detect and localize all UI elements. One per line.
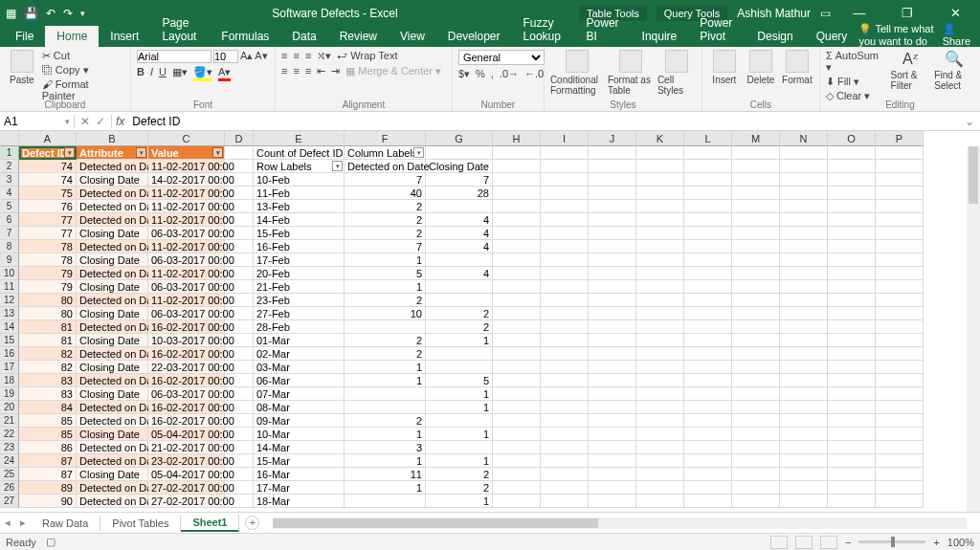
cancel-formula-icon[interactable]: ✕: [80, 115, 90, 128]
column-header[interactable]: C: [148, 131, 225, 146]
page-break-view-icon[interactable]: [820, 536, 837, 549]
tab-query[interactable]: Query: [805, 26, 859, 47]
tab-home[interactable]: Home: [45, 26, 99, 47]
cell[interactable]: [876, 454, 924, 468]
cell[interactable]: 76: [19, 200, 77, 213]
cell[interactable]: [225, 160, 254, 173]
cell[interactable]: [345, 387, 426, 401]
macro-record-icon[interactable]: ▢: [46, 536, 56, 548]
cell[interactable]: Detected on Date: [77, 200, 148, 213]
cell[interactable]: [345, 495, 426, 508]
fx-icon[interactable]: fx: [112, 115, 128, 128]
cell[interactable]: [876, 347, 924, 361]
cell[interactable]: [225, 468, 254, 481]
cell[interactable]: [541, 200, 589, 213]
cell[interactable]: [589, 334, 636, 347]
cell[interactable]: [876, 401, 924, 414]
cell[interactable]: [636, 200, 684, 213]
tab-design[interactable]: Design: [746, 26, 804, 47]
cell[interactable]: [589, 481, 636, 495]
cell[interactable]: [876, 387, 924, 401]
cell[interactable]: [876, 200, 924, 213]
cell[interactable]: [589, 347, 636, 361]
cell[interactable]: 87: [19, 454, 77, 468]
cell[interactable]: 1: [345, 428, 426, 441]
cell[interactable]: [345, 401, 426, 414]
cell[interactable]: [780, 200, 828, 213]
tab-fuzzy-lookup[interactable]: Fuzzy Lookup: [512, 12, 575, 47]
row-header[interactable]: 12: [0, 294, 19, 307]
row-header[interactable]: 13: [0, 307, 19, 320]
cell[interactable]: Detected on Date: [77, 320, 148, 334]
cell[interactable]: [780, 187, 828, 200]
cell[interactable]: 2: [345, 414, 426, 428]
border-button[interactable]: ▦▾: [172, 66, 188, 81]
cell[interactable]: Detected on Date: [77, 454, 148, 468]
cell[interactable]: [828, 280, 876, 294]
cell[interactable]: 28: [426, 187, 493, 200]
cell[interactable]: [541, 347, 589, 361]
cell[interactable]: 2: [345, 227, 426, 240]
cell[interactable]: [828, 401, 876, 414]
insert-cells-button[interactable]: Insert: [708, 50, 741, 85]
cell[interactable]: [828, 428, 876, 441]
cell[interactable]: [732, 294, 780, 307]
cell[interactable]: 2: [426, 320, 493, 334]
cell[interactable]: 10-Feb: [254, 173, 345, 187]
cell[interactable]: [684, 334, 732, 347]
cell[interactable]: 77: [19, 227, 77, 240]
cell[interactable]: [732, 334, 780, 347]
cell[interactable]: [780, 294, 828, 307]
cell[interactable]: [684, 495, 732, 508]
cell[interactable]: [828, 495, 876, 508]
cell[interactable]: [541, 146, 589, 160]
cell[interactable]: [225, 428, 254, 441]
cell[interactable]: 87: [19, 468, 77, 481]
cell[interactable]: 11-Feb: [254, 187, 345, 200]
row-header[interactable]: 1: [0, 146, 19, 160]
wrap-text-button[interactable]: ⮐ Wrap Text: [337, 50, 397, 62]
tab-developer[interactable]: Developer: [436, 26, 512, 47]
cell[interactable]: 16-02-2017 00:00: [148, 320, 225, 334]
cell[interactable]: Detected on Date: [77, 374, 148, 387]
cell[interactable]: 14-Feb: [254, 213, 345, 227]
cell[interactable]: 21-Feb: [254, 280, 345, 294]
cell[interactable]: [732, 160, 780, 173]
cell[interactable]: [732, 146, 780, 160]
comma-icon[interactable]: ,: [491, 68, 494, 80]
cell[interactable]: 2: [345, 213, 426, 227]
cell[interactable]: [636, 213, 684, 227]
cell[interactable]: 09-Mar: [254, 414, 345, 428]
cell[interactable]: Detected on Date: [77, 481, 148, 495]
cell[interactable]: 1: [426, 334, 493, 347]
cell[interactable]: 10: [345, 307, 426, 320]
cell[interactable]: 1: [426, 428, 493, 441]
cell[interactable]: [732, 173, 780, 187]
cell[interactable]: [225, 481, 254, 495]
cell[interactable]: Closing Date: [77, 253, 148, 267]
cell[interactable]: [876, 441, 924, 454]
delete-cells-button[interactable]: Delete: [745, 50, 777, 85]
cell[interactable]: [541, 267, 589, 280]
cell[interactable]: [732, 414, 780, 428]
cell[interactable]: [636, 468, 684, 481]
cell[interactable]: [780, 280, 828, 294]
cell[interactable]: [636, 307, 684, 320]
cell[interactable]: 90: [19, 495, 77, 508]
cell[interactable]: [493, 213, 541, 227]
cell[interactable]: [876, 227, 924, 240]
cell[interactable]: [780, 213, 828, 227]
cell[interactable]: Column Labels▾: [345, 146, 426, 160]
cell[interactable]: [780, 495, 828, 508]
font-name-select[interactable]: [137, 50, 212, 63]
zoom-level[interactable]: 100%: [947, 537, 974, 548]
cell[interactable]: 1: [426, 495, 493, 508]
cell[interactable]: [493, 267, 541, 280]
cell[interactable]: [636, 253, 684, 267]
cell[interactable]: [828, 320, 876, 334]
cell[interactable]: [684, 320, 732, 334]
cell[interactable]: [493, 200, 541, 213]
cell[interactable]: 1: [345, 280, 426, 294]
horizontal-scrollbar[interactable]: [273, 517, 967, 529]
column-header[interactable]: I: [541, 131, 589, 146]
